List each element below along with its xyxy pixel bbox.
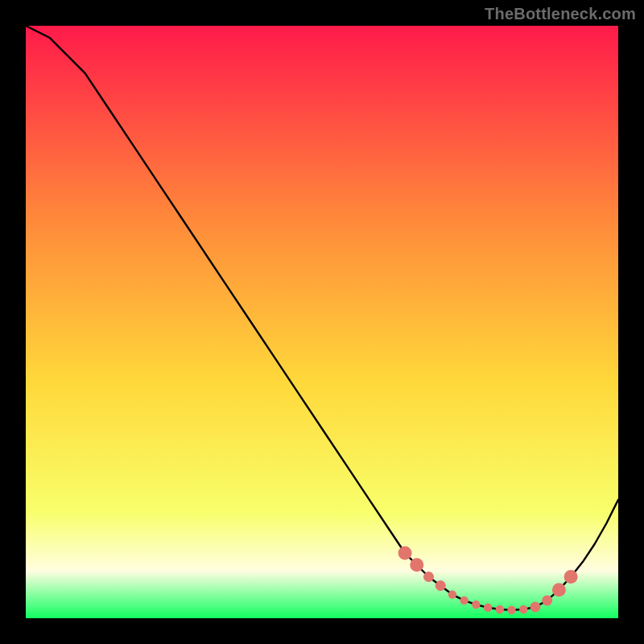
marker-dot bbox=[530, 602, 540, 613]
marker-dot bbox=[410, 558, 423, 572]
marker-dot bbox=[398, 547, 412, 560]
marker-dot bbox=[496, 605, 504, 613]
marker-dot bbox=[552, 583, 566, 597]
watermark-text: TheBottleneck.com bbox=[485, 5, 636, 23]
marker-dot bbox=[436, 580, 446, 591]
outer-frame: TheBottleneck.com bbox=[0, 0, 644, 644]
marker-dot bbox=[507, 606, 515, 614]
plot-area bbox=[26, 26, 618, 618]
marker-dot bbox=[484, 604, 492, 612]
marker-dot bbox=[519, 605, 527, 613]
marker-dot bbox=[423, 572, 434, 582]
marker-dot bbox=[448, 590, 456, 598]
chart-svg bbox=[26, 26, 618, 618]
gradient-background bbox=[26, 26, 618, 618]
marker-dot bbox=[564, 570, 578, 584]
marker-dot bbox=[460, 597, 468, 605]
marker-dot bbox=[542, 595, 552, 605]
marker-dot bbox=[472, 601, 480, 609]
